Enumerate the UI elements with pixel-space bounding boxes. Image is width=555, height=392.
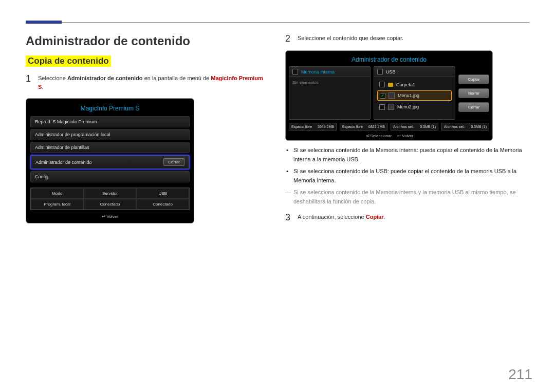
menu-item-play[interactable]: Reprod. S MagicInfo Premium — [30, 116, 190, 127]
text: : puede copiar el contenido de la memori… — [387, 168, 494, 174]
stat-row: Espacio libre 5549.2MB Espacio libre 683… — [289, 123, 387, 130]
list-item-folder[interactable]: Carpeta1 — [377, 80, 452, 89]
cm-stats: Espacio libre 5549.2MB Espacio libre 683… — [289, 123, 489, 130]
list-item-file[interactable]: Menu2.jpg — [377, 102, 452, 111]
menu-item-label: Administrador de contenido — [35, 160, 92, 165]
td: Conectado — [136, 199, 189, 210]
checkbox-icon[interactable] — [379, 82, 385, 87]
step-1: 1 Seleccione Administrador de contenido … — [26, 74, 270, 91]
step-2: 2 Seleccione el contenido que desee copi… — [285, 34, 529, 43]
checkbox-icon[interactable] — [292, 69, 298, 74]
text: . — [358, 156, 360, 162]
file-name: Menu1.jpg — [398, 93, 419, 98]
footer-label: Volver — [402, 134, 413, 138]
mock-title: Administrador de contenido — [289, 54, 489, 66]
left-column: Administrador de contenido Copia de cont… — [26, 34, 270, 229]
text: a la — [506, 168, 516, 174]
close-button[interactable]: Cerrar — [458, 102, 489, 112]
text: Si se selecciona contenido de la — [293, 189, 376, 195]
stat-sel-b: Archivos sel.: 0.3MB (1) — [441, 123, 489, 130]
text: Si se selecciona contenido de la — [293, 168, 376, 174]
menu-item-content-manager[interactable]: Administrador de contenido Cerrar — [30, 155, 190, 170]
file-name: Carpeta1 — [396, 82, 415, 87]
text: . — [42, 84, 43, 90]
text-bold: Memoria interna — [376, 189, 416, 195]
stat-value: 6837.2MB — [368, 125, 385, 128]
text: a la memoria — [311, 156, 347, 162]
menu-item-local-scheduler[interactable]: Administrador de programación local — [30, 129, 190, 140]
text-bold: Memoria interna — [376, 147, 416, 153]
copy-button[interactable]: Copiar — [458, 74, 489, 84]
menu-item-config[interactable]: Config. — [30, 171, 190, 182]
text: . — [384, 214, 385, 220]
text-highlight: USB — [346, 156, 358, 162]
td: Program. local — [31, 199, 84, 210]
cm-footer: ⏎Seleccionar ↩Volver — [289, 130, 489, 138]
stat-sel-a: Archivos sel.: 0.3MB (1) — [391, 123, 438, 130]
stat-row: Archivos sel.: 0.3MB (1) Archivos sel.: … — [391, 123, 489, 130]
footer-label: Volver — [107, 214, 118, 219]
text-bold: USB — [376, 168, 387, 174]
menu-item-template-manager[interactable]: Administrador de plantillas — [30, 142, 190, 153]
stat-label: Espacio libre — [291, 125, 312, 128]
manual-page: Administrador de contenido Copia de cont… — [0, 0, 555, 392]
checkbox-icon[interactable] — [377, 69, 383, 74]
checkbox-icon[interactable] — [379, 104, 385, 110]
stat-label: Espacio libre — [342, 125, 363, 128]
stat-value: 5549.2MB — [318, 125, 334, 128]
footer-label: Seleccionar — [371, 134, 392, 138]
step-body: Seleccione Administrador de contenido en… — [38, 74, 270, 91]
bullet: Si se selecciona contenido de la USB: pu… — [285, 167, 529, 185]
section-subheading: Copia de contenido — [26, 55, 111, 67]
text-bold: USB — [452, 189, 464, 195]
th: Modo — [31, 188, 84, 199]
text: A continuación, seleccione — [298, 214, 366, 220]
text: en la pantalla de menú de — [143, 75, 211, 81]
status-table: Modo Servidor USB Program. local Conecta… — [30, 188, 190, 210]
panel-header[interactable]: USB — [374, 67, 455, 77]
bullet: Si se selecciona contenido de la Memoria… — [285, 146, 529, 164]
return-icon — [102, 214, 106, 219]
side-buttons: Copiar Borrar Cerrar — [458, 66, 489, 120]
empty-label: Sin elementos — [292, 80, 367, 85]
step-number: 1 — [26, 74, 31, 91]
step-number: 2 — [285, 34, 290, 43]
image-icon — [388, 92, 395, 99]
panel-internal-memory: Memoria interna Sin elementos — [289, 66, 371, 120]
step-body: A continuación, seleccione Copiar. — [298, 213, 385, 222]
note: Si se selecciona contenido de la Memoria… — [285, 188, 529, 206]
return-icon: ↩ — [397, 134, 401, 138]
text-highlight: USB — [494, 168, 506, 174]
header-rule — [26, 21, 529, 24]
select-icon: ⏎ — [366, 134, 369, 138]
folder-icon — [388, 83, 393, 87]
text-highlight: Copiar — [366, 214, 384, 220]
delete-button[interactable]: Borrar — [458, 88, 489, 98]
right-column: 2 Seleccione el contenido que desee copi… — [285, 34, 529, 229]
text-highlight: Memoria interna — [293, 177, 334, 183]
stat-label: Archivos sel.: — [393, 125, 415, 128]
mock-magicinfo-screen: MagicInfo Premium S Reprod. S MagicInfo … — [26, 98, 194, 223]
image-icon — [388, 104, 394, 110]
stat-label: Archivos sel.: — [444, 125, 466, 128]
panel-usb: USB Carpeta1 ✓ Menu1.jpg — [374, 66, 455, 120]
text-bold: Administrador de contenido — [67, 75, 143, 81]
text: Si se selecciona contenido de la — [293, 147, 376, 153]
mock-menu: Reprod. S MagicInfo Premium Administrado… — [30, 116, 190, 182]
panel-header-label: Memoria interna — [301, 69, 335, 74]
cm-body: Memoria interna Sin elementos USB — [289, 66, 489, 120]
list-item-file[interactable]: ✓ Menu1.jpg — [377, 90, 452, 101]
mock-footer: Volver — [30, 210, 190, 219]
file-list: Carpeta1 ✓ Menu1.jpg Menu2.jpg — [374, 77, 455, 119]
text: . — [334, 177, 336, 183]
close-button[interactable]: Cerrar — [163, 158, 184, 166]
stat-free-a: Espacio libre 5549.2MB — [289, 123, 337, 130]
stat-free-b: Espacio libre 6837.2MB — [340, 123, 387, 130]
stat-value: 0.3MB (1) — [471, 125, 487, 128]
mock-title: MagicInfo Premium S — [30, 103, 190, 116]
mock-content-manager: Administrador de contenido Memoria inter… — [285, 50, 493, 141]
panel-header[interactable]: Memoria interna — [289, 67, 370, 77]
stat-value: 0.3MB (1) — [420, 125, 436, 128]
page-number: 211 — [508, 366, 532, 383]
checkbox-icon[interactable]: ✓ — [380, 93, 385, 99]
